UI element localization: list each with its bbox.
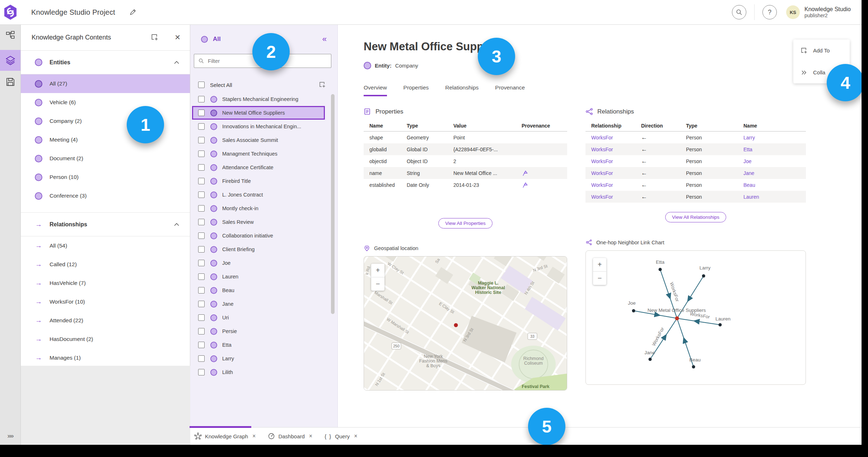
tab-query[interactable]: { } Query × — [325, 433, 357, 439]
entity-list-item[interactable]: Sales Review — [192, 215, 325, 229]
entity-list-item[interactable]: Collaboration initiative — [192, 229, 325, 243]
close-tab-icon[interactable]: × — [309, 433, 312, 439]
zoom-in-button[interactable]: + — [371, 264, 384, 277]
item-checkbox[interactable] — [198, 123, 205, 130]
entity-list-item[interactable]: Persie — [192, 324, 325, 338]
sidebar-relationship-item[interactable]: → All (54) — [20, 236, 190, 255]
add-layer-button[interactable] — [149, 32, 160, 43]
related-entity-link[interactable]: Beau — [743, 182, 755, 188]
item-checkbox[interactable] — [198, 273, 205, 280]
one-hop-link-chart[interactable]: EttaLarryJoeLaurenJaneBeauNew Metal Offi… — [585, 250, 806, 385]
item-checkbox[interactable] — [198, 205, 205, 212]
related-entity-link[interactable]: Etta — [743, 147, 752, 152]
sidebar-entity-item[interactable]: Meeting (4) — [20, 130, 190, 149]
sidebar-entity-item[interactable]: Document (2) — [20, 149, 190, 168]
related-entity-link[interactable]: Lauren — [743, 194, 759, 200]
item-checkbox[interactable] — [198, 164, 205, 171]
item-checkbox[interactable] — [198, 287, 205, 294]
select-all-checkbox[interactable] — [198, 82, 205, 88]
sidebar-relationship-item[interactable]: → HasVehicle (7) — [20, 274, 190, 292]
item-checkbox[interactable] — [198, 314, 205, 321]
provenance-flag-icon[interactable] — [522, 170, 567, 176]
entity-list-item[interactable]: Jane — [192, 297, 325, 311]
relationship-link[interactable]: WorksFor — [591, 194, 613, 200]
entity-list-item[interactable]: Firebird Title — [192, 174, 325, 188]
entity-list-item[interactable]: Managment Techniques — [192, 147, 325, 161]
entity-list-item[interactable]: Etta — [192, 338, 325, 352]
entity-list-item[interactable]: Larry — [192, 352, 325, 365]
sidebar-relationship-item[interactable]: → Manages (1) — [20, 348, 190, 367]
view-all-relationships-button[interactable]: View All Relationships — [665, 212, 726, 222]
rail-schema-button[interactable] — [0, 31, 20, 40]
item-checkbox[interactable] — [198, 301, 205, 307]
rail-save-button[interactable] — [0, 77, 20, 87]
add-selection-button[interactable] — [317, 80, 327, 90]
geospatial-map[interactable]: k RdW Clay StSaMarshall StW Marshall StE… — [364, 256, 567, 391]
sidebar-relationship-item[interactable]: → Attended (22) — [20, 311, 190, 330]
scrollbar-thumb[interactable] — [331, 94, 335, 314]
item-checkbox[interactable] — [198, 355, 205, 362]
close-panel-button[interactable]: ✕ — [173, 32, 182, 43]
detail-tab[interactable]: Overview — [364, 84, 387, 96]
entity-list-item[interactable]: Lilith — [192, 365, 325, 379]
rail-expand-button[interactable]: »» — [0, 432, 20, 440]
detail-tab[interactable]: Provenance — [495, 84, 525, 96]
entity-list-item[interactable]: Attendance Certificate — [192, 161, 325, 174]
collapse-panel-button[interactable]: « — [320, 34, 329, 44]
entity-list-item[interactable]: Uri — [192, 311, 325, 324]
entity-list-item[interactable]: Lauren — [192, 270, 325, 283]
view-all-properties-button[interactable]: View All Properties — [438, 218, 492, 228]
zoom-out-button[interactable]: − — [371, 277, 384, 291]
rename-project-button[interactable] — [127, 7, 138, 18]
relationship-link[interactable]: WorksFor — [591, 170, 613, 176]
item-checkbox[interactable] — [198, 328, 205, 334]
tab-dashboard[interactable]: Dashboard × — [268, 433, 312, 440]
sidebar-relationship-item[interactable]: → Called (12) — [20, 255, 190, 274]
entity-list-item[interactable]: Beau — [192, 283, 325, 297]
add-to-menu-item[interactable]: Add To — [793, 40, 850, 61]
tab-knowledge-graph[interactable]: Knowledge Graph × — [194, 433, 256, 440]
detail-tab[interactable]: Relationships — [445, 84, 479, 96]
relationship-link[interactable]: WorksFor — [591, 158, 613, 164]
chevron-up-icon[interactable] — [174, 223, 179, 226]
item-checkbox[interactable] — [198, 151, 205, 157]
entity-list-item[interactable]: Montly check-in — [192, 202, 325, 215]
item-checkbox[interactable] — [198, 137, 205, 143]
entity-list-item[interactable]: New Metal Office Suppliers — [192, 106, 325, 120]
zoom-out-button[interactable]: − — [593, 271, 606, 285]
related-entity-link[interactable]: Jane — [743, 170, 754, 176]
entity-list-item[interactable]: Staplers Mechanical Engineering — [192, 92, 325, 106]
provenance-flag-icon[interactable] — [522, 182, 567, 188]
detail-tab[interactable]: Properties — [403, 84, 429, 96]
chevron-up-icon[interactable] — [174, 61, 179, 64]
sidebar-entity-item[interactable]: Conference (3) — [20, 186, 190, 205]
search-button[interactable] — [732, 5, 746, 19]
entities-section-header[interactable]: Entities — [20, 51, 190, 74]
sidebar-relationship-item[interactable]: → HasDocument (2) — [20, 330, 190, 348]
sidebar-relationship-item[interactable]: → WorksFor (10) — [20, 292, 190, 311]
entity-list-item[interactable]: L. Jones Contract — [192, 188, 325, 202]
sidebar-entity-item[interactable]: Vehicle (6) — [20, 93, 190, 112]
item-checkbox[interactable] — [198, 232, 205, 239]
item-checkbox[interactable] — [198, 246, 205, 253]
help-button[interactable]: ? — [762, 5, 777, 19]
zoom-in-button[interactable]: + — [593, 258, 606, 271]
close-tab-icon[interactable]: × — [252, 433, 256, 439]
entity-list-item[interactable]: Joe — [192, 256, 325, 270]
rail-layers-button[interactable] — [0, 55, 20, 65]
entity-list-item[interactable]: Sales Associate Summit — [192, 133, 325, 147]
sidebar-entity-item[interactable]: Company (2) — [20, 112, 190, 130]
user-menu[interactable]: Knowledge Studio publisher2 — [804, 6, 851, 19]
item-checkbox[interactable] — [198, 178, 205, 184]
entity-list-item[interactable]: Innovations in Mechanical Engin... — [192, 120, 325, 133]
relationship-link[interactable]: WorksFor — [591, 182, 613, 188]
close-tab-icon[interactable]: × — [354, 433, 357, 439]
item-checkbox[interactable] — [198, 96, 205, 102]
item-checkbox[interactable] — [198, 110, 205, 116]
item-checkbox[interactable] — [198, 342, 205, 348]
item-checkbox[interactable] — [198, 369, 205, 375]
sidebar-entity-item[interactable]: All (27) — [20, 74, 190, 93]
relationships-section-header[interactable]: → Relationships — [20, 212, 190, 236]
sidebar-entity-item[interactable]: Person (10) — [20, 168, 190, 186]
relationship-link[interactable]: WorksFor — [591, 147, 613, 152]
